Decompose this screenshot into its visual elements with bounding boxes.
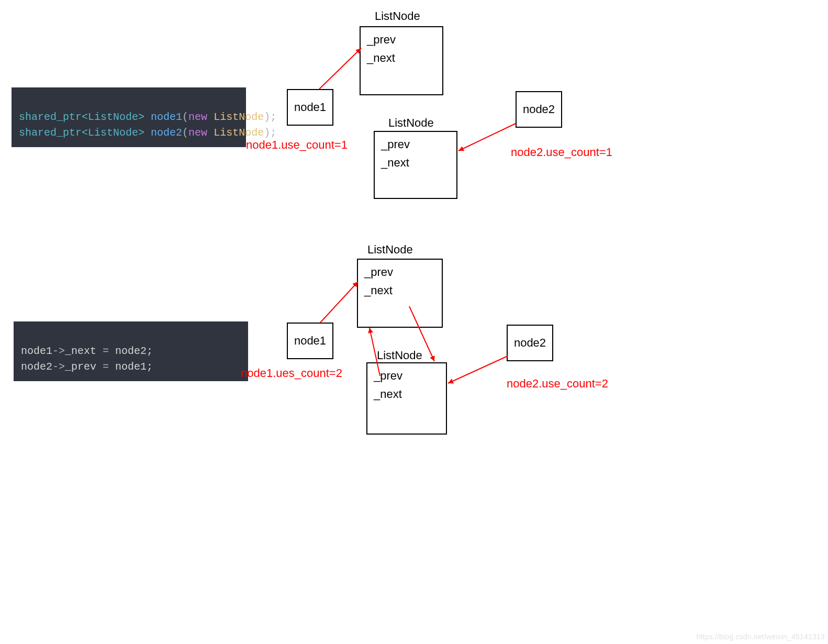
listnode-box-bottom: _prev _next — [374, 131, 457, 199]
node2-label: node2 — [523, 103, 555, 116]
struct-field-next: _next — [364, 281, 435, 299]
arrow-node1-to-top-2 — [320, 282, 358, 323]
node1-label: node1 — [294, 101, 326, 114]
struct-field-next: _next — [367, 49, 436, 67]
node1-box-2: node1 — [287, 323, 333, 359]
code-token: _prev — [65, 361, 96, 373]
code-token: <ListNode> — [82, 111, 144, 123]
node2-label-2: node2 — [514, 336, 546, 350]
struct-field-prev: _prev — [364, 263, 435, 281]
code-block-declare: shared_ptr<ListNode> node1(new ListNode)… — [12, 87, 246, 147]
listnode-box-top: _prev _next — [360, 26, 443, 95]
listnode-title-bottom: ListNode — [388, 116, 434, 130]
code-token: ListNode — [214, 127, 264, 139]
watermark: https://blog.csdn.net/weixin_45141313 — [696, 632, 825, 641]
struct-field-prev: _prev — [381, 135, 450, 153]
struct-field-prev: _prev — [374, 367, 440, 385]
node2-usecount-2: node2.use_count=2 — [507, 377, 608, 391]
listnode-title-top: ListNode — [375, 9, 420, 23]
code-block-assign: node1->_next = node2; node2->_prev = nod… — [14, 321, 248, 381]
listnode-title-top-2: ListNode — [367, 243, 413, 257]
code-token: new — [188, 111, 207, 123]
code-token: shared_ptr — [19, 127, 82, 139]
listnode-box-top-2: _prev _next — [357, 259, 443, 328]
code-token: node1 — [21, 345, 52, 357]
code-token: node2; — [115, 345, 153, 357]
arrow-node2-to-bottom — [458, 124, 516, 151]
node2-box: node2 — [516, 91, 562, 128]
code-token: shared_ptr — [19, 111, 82, 123]
struct-field-next: _next — [374, 385, 440, 403]
code-token: node2 — [21, 361, 52, 373]
code-token: -> — [52, 345, 65, 357]
node1-usecount-2: node1.ues_count=2 — [241, 367, 342, 380]
node1-box: node1 — [287, 89, 333, 126]
listnode-title-bottom-2: ListNode — [377, 349, 422, 362]
node1-label-2: node1 — [294, 334, 326, 348]
code-token: = — [96, 361, 115, 373]
node1-usecount: node1.use_count=1 — [246, 138, 348, 152]
code-token: ListNode — [214, 111, 264, 123]
code-token: node2 — [151, 127, 182, 139]
code-token: new — [188, 127, 207, 139]
code-token: node1; — [115, 361, 153, 373]
arrow-node2-to-bottom-2 — [448, 356, 508, 383]
code-token: _next — [65, 345, 96, 357]
arrow-node1-to-top — [319, 48, 361, 89]
code-token: -> — [52, 361, 65, 373]
struct-field-next: _next — [381, 153, 450, 172]
node2-usecount: node2.use_count=1 — [511, 146, 612, 159]
struct-field-prev: _prev — [367, 30, 436, 49]
code-token: <ListNode> — [82, 127, 144, 139]
node2-box-2: node2 — [507, 325, 553, 361]
code-token: = — [96, 345, 115, 357]
listnode-box-bottom-2: _prev _next — [366, 362, 447, 435]
code-token: node1 — [151, 111, 182, 123]
